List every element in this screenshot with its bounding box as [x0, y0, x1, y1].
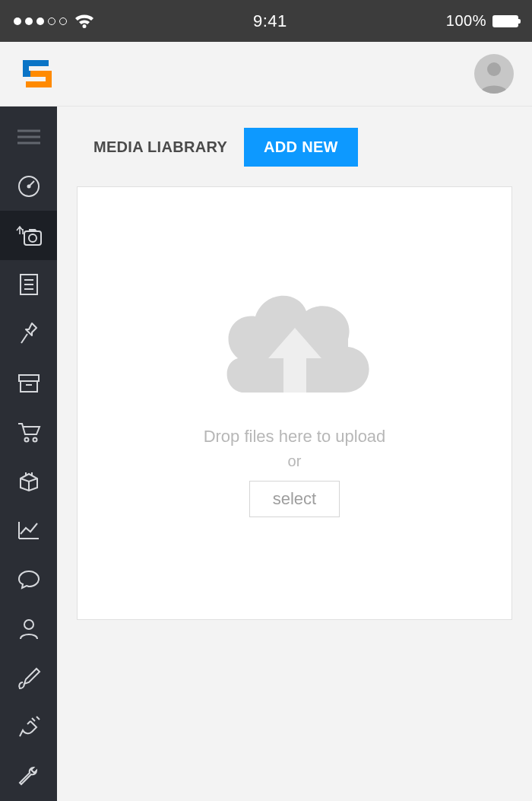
- avatar[interactable]: [474, 54, 514, 94]
- media-icon: [15, 225, 43, 246]
- tabs: MEDIA LIABRARY ADD NEW: [77, 128, 512, 167]
- tab-media-library[interactable]: MEDIA LIABRARY: [77, 128, 244, 167]
- svg-point-10: [24, 620, 33, 629]
- tab-add-new[interactable]: ADD NEW: [244, 128, 358, 167]
- svg-point-0: [487, 62, 501, 76]
- sidebar-item-menu[interactable]: [0, 113, 57, 162]
- status-bar: 9:41 100%: [0, 0, 532, 42]
- wrench-icon: [17, 764, 41, 789]
- sidebar-item-cart[interactable]: [0, 408, 57, 457]
- brush-icon: [17, 666, 41, 690]
- sidebar-item-pins[interactable]: [0, 310, 57, 359]
- status-right: 100%: [446, 12, 518, 30]
- or-text: or: [288, 453, 302, 470]
- sidebar-item-dashboard[interactable]: [0, 162, 57, 211]
- sidebar-item-plugins[interactable]: [0, 703, 57, 752]
- select-button[interactable]: select: [249, 481, 340, 517]
- sidebar-item-analytics[interactable]: [0, 506, 57, 555]
- plug-icon: [17, 715, 41, 739]
- battery-percent: 100%: [446, 12, 486, 30]
- battery-icon: [492, 15, 518, 27]
- svg-point-8: [24, 438, 28, 442]
- box-icon: [17, 471, 40, 492]
- chat-icon: [17, 569, 40, 590]
- chart-icon: [17, 520, 40, 540]
- svg-point-9: [33, 438, 36, 442]
- sidebar-item-settings[interactable]: [0, 752, 57, 801]
- svg-point-2: [27, 184, 30, 188]
- archive-icon: [17, 373, 40, 393]
- signal-dots: [14, 17, 67, 25]
- svg-rect-6: [19, 375, 39, 381]
- sidebar-item-media[interactable]: [0, 211, 57, 260]
- drop-text: Drop files here to upload: [204, 427, 386, 447]
- cart-icon: [17, 421, 41, 443]
- wifi-icon: [74, 14, 94, 29]
- sidebar-item-archive[interactable]: [0, 358, 57, 408]
- document-icon: [19, 273, 39, 296]
- sidebar-item-appearance[interactable]: [0, 653, 57, 703]
- sidebar-item-box[interactable]: [0, 456, 57, 506]
- gauge-icon: [17, 174, 41, 199]
- pin-icon: [18, 322, 40, 346]
- main-content: MEDIA LIABRARY ADD NEW Drop files here t…: [57, 106, 532, 801]
- menu-icon: [17, 129, 40, 145]
- status-time: 9:41: [94, 11, 446, 31]
- sidebar-item-documents[interactable]: [0, 260, 57, 310]
- sidebar-item-chat[interactable]: [0, 555, 57, 605]
- svg-point-4: [29, 234, 36, 242]
- upload-panel[interactable]: Drop files here to upload or select: [77, 186, 512, 620]
- top-header: [0, 42, 532, 106]
- logo: [18, 57, 56, 91]
- svg-rect-3: [24, 231, 41, 245]
- svg-rect-7: [21, 381, 37, 392]
- sidebar: [0, 106, 57, 801]
- user-icon: [18, 618, 40, 640]
- cloud-upload-icon: [196, 275, 394, 412]
- status-left: [14, 14, 94, 29]
- sidebar-item-user[interactable]: [0, 604, 57, 653]
